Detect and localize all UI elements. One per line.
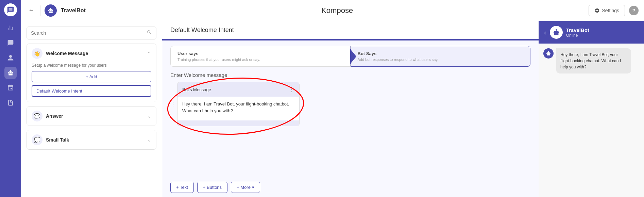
flow-step-bot[interactable]: Bot Says Add bot responses to respond to… bbox=[351, 46, 531, 67]
gear-icon bbox=[594, 8, 600, 13]
preview-back-button[interactable]: ‹ bbox=[544, 29, 546, 36]
answer-section-header[interactable]: 💬 Answer ⌄ bbox=[27, 106, 156, 126]
welcome-icon: 👋 bbox=[32, 48, 43, 59]
content-row: 👋 Welcome Message ⌃ Setup a welcome mess… bbox=[21, 21, 644, 197]
message-card-menu[interactable]: ⋮ bbox=[288, 86, 294, 93]
action-buttons: + Text + Buttons + More ▾ bbox=[162, 178, 539, 197]
step-user-title: User says bbox=[177, 51, 343, 56]
bot-avatar bbox=[45, 4, 57, 17]
welcome-section: 👋 Welcome Message ⌃ Setup a welcome mess… bbox=[27, 44, 156, 102]
flow-steps: User says Training phrases that your use… bbox=[162, 40, 539, 72]
right-panel: ‹ TravelBot Online Hey there, I am Trave… bbox=[539, 21, 644, 197]
app-logo[interactable] bbox=[4, 3, 17, 16]
divider bbox=[40, 5, 40, 16]
welcome-message-label: Enter Welcome message bbox=[170, 72, 530, 78]
nav-analytics[interactable] bbox=[4, 22, 17, 34]
add-intent-button[interactable]: + Add bbox=[32, 71, 151, 82]
bot-name-topbar: TravelBot bbox=[61, 7, 86, 14]
search-box[interactable] bbox=[27, 27, 156, 39]
add-more-button[interactable]: + More ▾ bbox=[231, 182, 260, 193]
answer-chevron: ⌄ bbox=[147, 113, 151, 119]
step-arrow bbox=[350, 49, 356, 64]
smalltalk-title: Small Talk bbox=[46, 137, 144, 143]
preview-bot-info: TravelBot Online bbox=[566, 27, 589, 38]
preview-msg-avatar bbox=[543, 48, 554, 59]
message-card: Bot's Message ⋮ Hey there, I am Travel B… bbox=[177, 82, 300, 126]
settings-label: Settings bbox=[602, 8, 619, 13]
nav-docs[interactable] bbox=[4, 97, 17, 109]
page-title: Kompose bbox=[90, 6, 584, 15]
flow-step-user[interactable]: User says Training phrases that your use… bbox=[170, 46, 351, 67]
answer-icon: 💬 bbox=[32, 111, 43, 121]
message-card-header: Bot's Message ⋮ bbox=[177, 82, 299, 97]
search-input[interactable] bbox=[31, 30, 144, 36]
step-bot-title: Bot Says bbox=[358, 51, 524, 56]
preview-bot-name: TravelBot bbox=[566, 27, 589, 33]
preview-bot-avatar bbox=[550, 26, 563, 39]
preview-header: ‹ TravelBot Online bbox=[539, 21, 644, 44]
step-user-desc: Training phrases that your users might a… bbox=[177, 58, 343, 62]
left-panel: 👋 Welcome Message ⌃ Setup a welcome mess… bbox=[21, 21, 162, 197]
welcome-title: Welcome Message bbox=[46, 51, 144, 56]
answer-section: 💬 Answer ⌄ bbox=[27, 106, 156, 126]
welcome-chevron: ⌃ bbox=[147, 51, 151, 56]
welcome-desc: Setup a welcome message for your users bbox=[32, 63, 151, 68]
nav-messages[interactable] bbox=[4, 37, 17, 49]
smalltalk-section-header[interactable]: 💭 Small Talk ⌄ bbox=[27, 130, 156, 149]
smalltalk-chevron: ⌄ bbox=[147, 137, 151, 143]
help-button[interactable]: ? bbox=[629, 6, 639, 15]
preview-message: Hey there, I am Travel Bot, your flight-… bbox=[543, 48, 639, 73]
search-icon bbox=[147, 30, 152, 36]
answer-title: Answer bbox=[46, 113, 144, 119]
top-bar: ← TravelBot Kompose Settings ? bbox=[21, 0, 644, 21]
message-card-body[interactable]: Hey there, I am Travel Bot, your flight-… bbox=[177, 97, 299, 120]
default-welcome-intent-item[interactable]: Default Welcome Intent bbox=[32, 85, 151, 97]
settings-button[interactable]: Settings bbox=[589, 5, 625, 16]
nav-integrations[interactable] bbox=[4, 82, 17, 94]
add-buttons-button[interactable]: + Buttons bbox=[197, 182, 227, 193]
message-card-footer bbox=[177, 120, 299, 126]
message-text: Hey there, I am Travel Bot, your flight-… bbox=[182, 101, 294, 114]
nav-bot[interactable] bbox=[4, 67, 17, 79]
welcome-body: Setup a welcome message for your users +… bbox=[27, 63, 156, 102]
welcome-section-header[interactable]: 👋 Welcome Message ⌃ bbox=[27, 44, 156, 63]
preview-bubble: Hey there, I am Travel Bot, your flight-… bbox=[556, 48, 631, 73]
preview-status: Online bbox=[566, 33, 589, 38]
step-bot-desc: Add bot responses to respond to what use… bbox=[358, 58, 524, 62]
middle-panel: Default Welcome Intent User says Trainin… bbox=[162, 21, 539, 197]
add-text-button[interactable]: + Text bbox=[170, 182, 194, 193]
welcome-content: Enter Welcome message ⋮⋮ Bot's Message ⋮… bbox=[162, 72, 539, 178]
message-card-title: Bot's Message bbox=[182, 87, 211, 92]
smalltalk-section: 💭 Small Talk ⌄ bbox=[27, 130, 156, 150]
main-wrapper: ← TravelBot Kompose Settings ? 👋 bbox=[21, 0, 644, 197]
preview-body: Hey there, I am Travel Bot, your flight-… bbox=[539, 44, 644, 197]
back-button[interactable]: ← bbox=[27, 6, 36, 15]
left-navigation bbox=[0, 0, 21, 197]
intent-title: Default Welcome Intent bbox=[162, 21, 539, 40]
nav-users[interactable] bbox=[4, 52, 17, 64]
smalltalk-icon: 💭 bbox=[32, 134, 43, 145]
